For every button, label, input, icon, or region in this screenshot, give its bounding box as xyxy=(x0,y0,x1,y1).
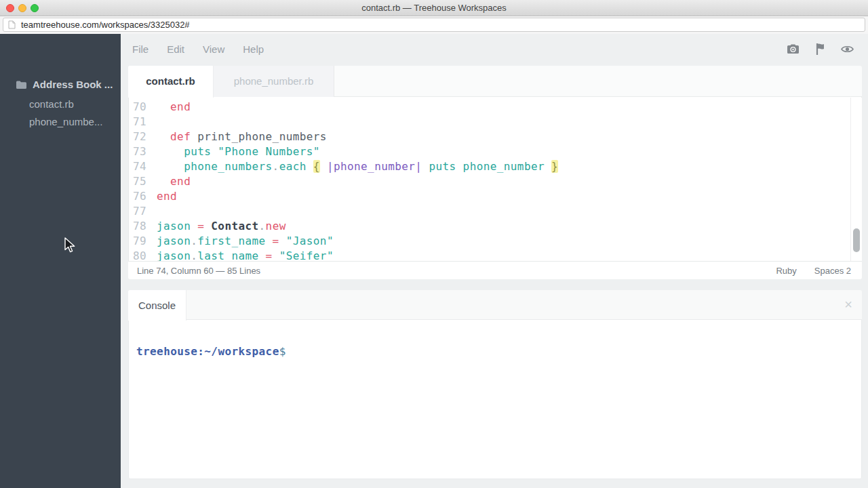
console-panel: Console × treehouse:~/workspace$ xyxy=(128,290,862,479)
line-number: 78 xyxy=(128,219,157,234)
tab-console[interactable]: Console xyxy=(128,290,186,321)
code-line: 73 puts "Phone Numbers" xyxy=(128,144,850,159)
editor-tab-bar: contact.rb phone_number.rb xyxy=(128,66,862,97)
fork-icon xyxy=(815,43,825,56)
window-title: contact.rb — Treehouse Workspaces xyxy=(0,0,868,16)
folder-icon xyxy=(16,81,26,89)
code-line: 77 xyxy=(128,204,850,219)
console-terminal[interactable]: treehouse:~/workspace$ xyxy=(128,321,862,479)
code-line: 71 xyxy=(128,115,850,129)
prompt-symbol: $ xyxy=(279,345,286,358)
code-line: 76end xyxy=(128,189,850,204)
line-number: 79 xyxy=(128,234,157,249)
line-number: 73 xyxy=(128,144,157,159)
code-line: 70 end xyxy=(128,100,850,115)
camera-snapshot-button[interactable] xyxy=(787,44,800,54)
code-line: 75 end xyxy=(128,174,850,189)
console-tab-bar: Console × xyxy=(128,290,862,320)
editor-scrollbar-thumb[interactable] xyxy=(853,228,860,252)
line-number: 70 xyxy=(128,100,157,115)
sidebar-item-contact-rb[interactable]: contact.rb xyxy=(29,98,74,110)
menu-edit[interactable]: Edit xyxy=(167,43,184,55)
close-console-button[interactable]: × xyxy=(844,290,852,320)
code-line: 74 phone_numbers.each { |phone_number| p… xyxy=(128,159,850,174)
code-line: 80jason.last_name = "Seifer" xyxy=(128,249,850,261)
terminal-prompt: treehouse:~/workspace$ xyxy=(136,345,286,358)
line-number: 75 xyxy=(128,174,157,189)
line-number: 76 xyxy=(128,189,157,204)
prompt-host: treehouse:~/workspace xyxy=(136,345,279,358)
workspace-actions xyxy=(787,43,854,56)
line-number: 80 xyxy=(128,249,157,261)
sidebar-item-project-folder[interactable]: Address Book ... xyxy=(16,79,113,90)
menu-bar: File Edit View Help xyxy=(132,43,264,55)
line-number: 77 xyxy=(128,204,157,219)
url-text: teamtreehouse.com/workspaces/3325032# xyxy=(21,18,190,31)
tab-contact-rb[interactable]: contact.rb xyxy=(128,66,214,98)
sidebar-item-phone-number-rb[interactable]: phone_numbe... xyxy=(29,116,102,127)
preview-button[interactable] xyxy=(841,45,854,54)
window-titlebar: contact.rb — Treehouse Workspaces xyxy=(0,0,868,16)
eye-icon xyxy=(841,45,854,54)
code-editor[interactable]: 70 end7172 def print_phone_numbers73 put… xyxy=(128,98,850,261)
browser-url-bar: teamtreehouse.com/workspaces/3325032# xyxy=(0,16,868,34)
menu-file[interactable]: File xyxy=(132,43,149,55)
camera-icon xyxy=(787,44,800,54)
fork-button[interactable] xyxy=(815,43,825,56)
editor-scrollbar xyxy=(850,98,862,261)
cursor-position-status: Line 74, Column 60 — 85 Lines xyxy=(137,266,776,276)
line-number: 71 xyxy=(128,115,157,129)
tab-phone-number-rb[interactable]: phone_number.rb xyxy=(214,66,334,97)
address-bar-input[interactable]: teamtreehouse.com/workspaces/3325032# xyxy=(3,18,865,32)
code-line: 78jason = Contact.new xyxy=(128,219,850,234)
line-number: 72 xyxy=(128,129,157,144)
code-line: 72 def print_phone_numbers xyxy=(128,129,850,144)
menu-view[interactable]: View xyxy=(203,43,224,55)
editor-status-bar: Line 74, Column 60 — 85 Lines Ruby Space… xyxy=(128,261,862,279)
page-icon xyxy=(8,20,16,29)
menu-help[interactable]: Help xyxy=(243,43,264,55)
line-number: 74 xyxy=(128,159,157,174)
indentation-selector[interactable]: Spaces 2 xyxy=(814,266,851,276)
code-line: 79jason.first_name = "Jason" xyxy=(128,234,850,249)
editor-panel: contact.rb phone_number.rb 70 end7172 de… xyxy=(128,66,862,279)
file-tree-sidebar: Address Book ... contact.rb phone_numbe.… xyxy=(0,34,121,488)
project-folder-label: Address Book ... xyxy=(33,79,113,90)
language-mode-selector[interactable]: Ruby xyxy=(776,266,796,276)
